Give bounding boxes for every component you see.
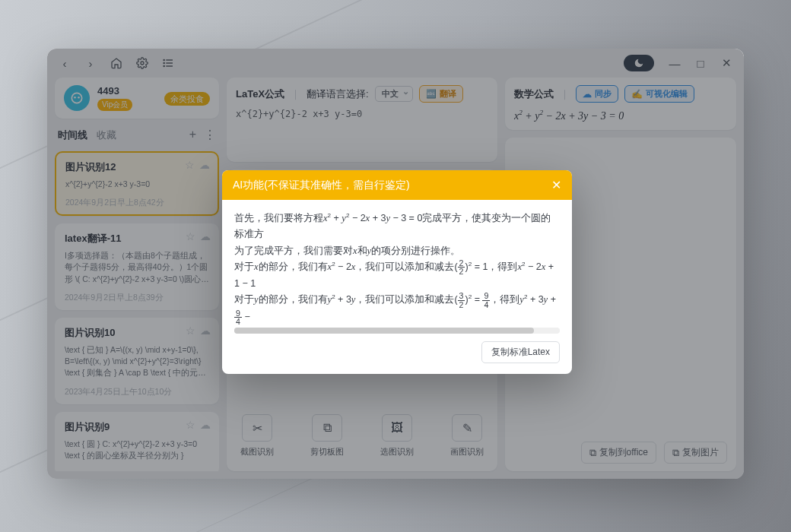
app-window: ‹ › — □ ✕ 4493 Vip会员 余类投食 时间线 收藏 + [47, 49, 744, 479]
modal-body: 首先，我们要将方程x2 + y2 − 2x + 3y − 3 = 0完成平方，使… [222, 200, 572, 328]
modal-scrollbar[interactable] [234, 328, 560, 334]
ai-modal: AI功能(不保证其准确性，需自行鉴定) ✕ 首先，我们要将方程x2 + y2 −… [222, 170, 572, 374]
modal-close-button[interactable]: ✕ [551, 178, 561, 192]
modal-header: AI功能(不保证其准确性，需自行鉴定) ✕ [222, 170, 572, 200]
modal-title: AI功能(不保证其准确性，需自行鉴定) [233, 179, 410, 192]
copy-latex-button[interactable]: 复制标准Latex [481, 341, 560, 363]
